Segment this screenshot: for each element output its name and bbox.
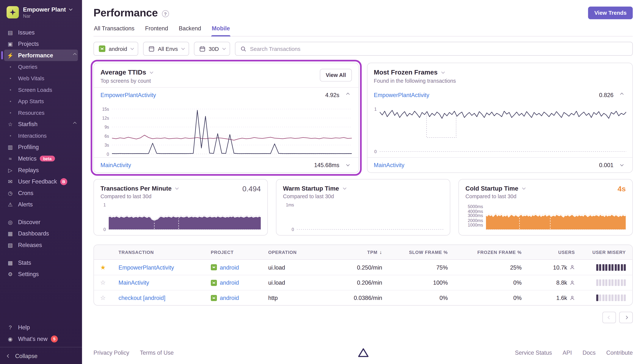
collapse-chart-button[interactable] — [343, 90, 352, 100]
footer-link-privacy-policy[interactable]: Privacy Policy — [93, 349, 129, 356]
sparkle-icon — [10, 9, 16, 16]
sidebar-item-app-starts[interactable]: App Starts — [4, 96, 78, 107]
sidebar-item-performance[interactable]: ⚡ Performance — [4, 50, 78, 61]
sidebar-item-stats[interactable]: ▩ Stats — [4, 257, 78, 268]
sidebar-item-screen-loads[interactable]: Screen Loads — [4, 84, 78, 96]
view-trends-button[interactable]: View Trends — [588, 6, 633, 19]
tab-all-transactions[interactable]: All Transactions — [93, 25, 135, 36]
project-link[interactable]: android — [220, 280, 239, 286]
panel-value: 4s — [618, 185, 626, 193]
sidebar-bottom-nav: ? Help ◉ What's new 5 — [0, 322, 82, 347]
panel-title: Warm Startup Time — [283, 185, 339, 192]
transaction-link[interactable]: MainActivity — [374, 162, 404, 168]
chevron-down-icon[interactable] — [343, 186, 346, 190]
pagination — [93, 312, 633, 323]
y-tick-label: 1 — [103, 202, 106, 207]
transaction-link[interactable]: EmpowerPlantActivity — [119, 264, 174, 270]
column-header-tpm[interactable]: TPM↓ — [327, 249, 389, 255]
search-input[interactable] — [250, 46, 627, 52]
panel-subtitle: Compared to last 30d — [465, 193, 524, 200]
settings-icon: ⚙ — [7, 271, 14, 277]
footer-link-service-status[interactable]: Service Status — [515, 349, 552, 356]
next-page-button[interactable] — [619, 312, 633, 323]
sidebar-item-label: Starfish — [18, 121, 38, 128]
chevron-down-icon[interactable] — [441, 70, 445, 74]
sidebar-item-help[interactable]: ? Help — [4, 322, 78, 333]
view-all-button[interactable]: View All — [320, 69, 352, 82]
footer-link-terms-of-use[interactable]: Terms of Use — [140, 349, 174, 356]
replays-icon: ▷ — [7, 167, 14, 173]
y-tick-label: 0 — [103, 227, 106, 232]
expand-chart-button[interactable] — [617, 160, 626, 170]
star-icon[interactable]: ☆ — [100, 279, 106, 286]
sidebar-item-discover[interactable]: ◎ Discover — [4, 216, 78, 228]
column-header-users[interactable]: USERS — [528, 250, 581, 254]
help-question-icon[interactable]: ? — [162, 10, 169, 17]
chevron-down-icon[interactable] — [150, 70, 153, 74]
sidebar-item-interactions[interactable]: Interactions — [4, 130, 78, 142]
project-link[interactable]: android — [220, 264, 239, 270]
column-header-user-misery[interactable]: USER MISERY — [581, 250, 632, 254]
column-header-operation[interactable]: OPERATION — [262, 250, 327, 254]
chevron-down-icon[interactable] — [522, 186, 525, 190]
sidebar-item-queries[interactable]: Queries — [4, 61, 78, 73]
collapse-chart-button[interactable] — [617, 90, 626, 100]
org-switcher[interactable]: Empower Plant Nar — [0, 0, 82, 23]
filter-bar: android All Envs 30D — [93, 42, 633, 56]
releases-icon: ▧ — [7, 242, 14, 248]
project-filter[interactable]: android — [93, 42, 138, 56]
column-header-project[interactable]: PROJECT — [204, 250, 262, 254]
sidebar-item-user-feedback[interactable]: ✉ User Feedback B — [4, 176, 78, 187]
chart-plot-area — [486, 203, 626, 230]
tab-mobile[interactable]: Mobile — [211, 25, 230, 36]
environment-filter[interactable]: All Envs — [143, 42, 189, 56]
sidebar-item-whats-new[interactable]: ◉ What's new 5 — [4, 333, 78, 345]
transactions-table: TRANSACTIONPROJECTOPERATIONTPM↓SLOW FRAM… — [93, 244, 633, 306]
y-tick-label: 0 — [292, 227, 294, 232]
sidebar-item-dashboards[interactable]: ▦ Dashboards — [4, 228, 78, 240]
expand-chart-button[interactable] — [343, 160, 352, 170]
y-tick-label: 1ms — [286, 202, 294, 207]
user-icon — [569, 295, 575, 300]
transaction-row: EmpowerPlantActivity 0.826 — [367, 88, 632, 102]
star-icon[interactable]: ★ — [100, 264, 106, 271]
chevron-down-icon — [346, 163, 350, 166]
sidebar-item-crons[interactable]: ◷ Crons — [4, 187, 78, 199]
y-tick-label: 0 — [107, 152, 109, 156]
sidebar-item-web-vitals[interactable]: Web Vitals — [4, 72, 78, 84]
transaction-link[interactable]: checkout [android] — [119, 294, 166, 301]
issues-icon: ▤ — [7, 29, 14, 36]
transaction-link[interactable]: MainActivity — [101, 162, 131, 168]
transaction-link[interactable]: MainActivity — [119, 280, 149, 286]
sidebar-item-profiling[interactable]: ▥ Profiling — [4, 142, 78, 153]
date-range-filter[interactable]: 30D — [194, 42, 230, 56]
sidebar-item-label: What's new — [18, 336, 48, 342]
android-project-icon — [211, 264, 217, 270]
chevron-down-icon[interactable] — [175, 186, 179, 190]
sidebar-item-starfish[interactable]: ☆ Starfish — [4, 118, 78, 130]
sidebar-item-metrics[interactable]: ≈ Metrics beta — [4, 153, 78, 164]
sidebar-item-resources[interactable]: Resources — [4, 107, 78, 118]
footer-link-api[interactable]: API — [563, 349, 572, 356]
transaction-link[interactable]: EmpowerPlantActivity — [101, 92, 156, 98]
dashboards-icon: ▦ — [7, 230, 14, 236]
tab-backend[interactable]: Backend — [178, 25, 201, 36]
sidebar-item-issues[interactable]: ▤ Issues — [4, 27, 78, 38]
column-header-slow-frame-[interactable]: SLOW FRAME % — [389, 250, 454, 254]
project-link[interactable]: android — [220, 294, 239, 301]
column-header-frozen-frame-[interactable]: FROZEN FRAME % — [454, 250, 528, 254]
previous-page-button[interactable] — [602, 312, 616, 323]
tab-frontend[interactable]: Frontend — [145, 25, 169, 36]
star-icon[interactable]: ☆ — [100, 294, 106, 302]
transaction-link[interactable]: EmpowerPlantActivity — [374, 92, 429, 98]
footer-link-docs[interactable]: Docs — [583, 349, 596, 356]
sidebar-item-projects[interactable]: ▣ Projects — [4, 38, 78, 50]
sidebar-item-replays[interactable]: ▷ Replays — [4, 164, 78, 176]
column-header-transaction[interactable]: TRANSACTION — [112, 250, 204, 254]
sidebar-item-alerts[interactable]: ⚠ Alerts — [4, 199, 78, 210]
sub-item-bullet-icon — [7, 78, 14, 79]
sidebar-item-settings[interactable]: ⚙ Settings — [4, 268, 78, 280]
footer-link-contribute[interactable]: Contribute — [606, 349, 633, 356]
sidebar-item-releases[interactable]: ▧ Releases — [4, 239, 78, 251]
collapse-button[interactable]: Collapse — [0, 347, 82, 364]
